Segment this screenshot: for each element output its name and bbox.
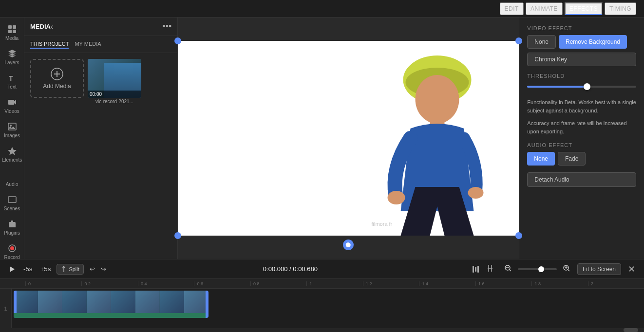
timeline-controls: -5s +5s Split ↩ ↪ 0:00.000 / 0:00.680 — [0, 259, 644, 279]
info-line-2: Accuracy and frame rate will be increase… — [527, 119, 636, 135]
sidebar-item-text[interactable]: T Text — [0, 70, 24, 92]
tab-my-media[interactable]: MY MEDIA — [75, 40, 101, 49]
svg-marker-9 — [8, 147, 17, 155]
right-panel: VIDEO EFFECT None Remove Background Chro… — [519, 18, 644, 259]
threshold-section: THRESHOLD — [527, 73, 636, 92]
split-cursor-icon[interactable] — [486, 264, 494, 274]
time-display: 0:00.000 / 0:00.680 — [263, 265, 318, 273]
sidebar-item-scenes[interactable]: Scenes — [0, 192, 24, 214]
threshold-title: THRESHOLD — [527, 73, 636, 79]
threshold-thumb[interactable] — [584, 83, 590, 90]
timeline-tracks: 1 — [0, 289, 644, 328]
clip-end-marker[interactable] — [206, 291, 208, 318]
multitrack-icon[interactable] — [473, 266, 479, 273]
video-effect-title: VIDEO EFFECT — [527, 25, 636, 31]
sidebar-item-elements-label: Elements — [2, 157, 22, 163]
play-button[interactable] — [6, 263, 18, 275]
svg-point-20 — [468, 187, 484, 199]
forward-5s-button[interactable]: +5s — [38, 263, 53, 275]
video-clip[interactable] — [14, 291, 208, 318]
ruler-mark-1: :0.2 — [81, 281, 138, 286]
ruler-mark-8: :1.6 — [475, 281, 532, 286]
rewind-5s-button[interactable]: -5s — [21, 263, 35, 275]
add-media-button[interactable]: Add Media — [30, 59, 84, 98]
add-media-label: Add Media — [43, 83, 71, 90]
svg-rect-5 — [8, 100, 14, 105]
audio-fade-button[interactable]: Fade — [558, 152, 586, 166]
svg-rect-1 — [13, 25, 16, 29]
media-panel-title: MEDIA — [30, 23, 51, 30]
video-effect-buttons: None Remove Background — [527, 35, 636, 49]
track-label-1: 1 — [0, 289, 12, 328]
sidebar-item-scenes-label: Scenes — [4, 206, 20, 211]
svg-text:filmora fr: filmora fr — [372, 221, 393, 227]
forward-label: +5s — [40, 265, 51, 273]
media-panel-more-icon[interactable]: ••• — [162, 21, 171, 32]
audio-effect-buttons: None Fade — [527, 152, 636, 166]
video-effect-none-button[interactable]: None — [527, 35, 556, 49]
svg-point-8 — [10, 125, 12, 127]
audio-none-button[interactable]: None — [527, 152, 555, 166]
collapse-panel-button[interactable]: ‹ — [51, 22, 53, 31]
svg-rect-0 — [8, 25, 12, 29]
svg-line-24 — [509, 269, 511, 271]
tab-this-project[interactable]: THIS PROJECT — [30, 40, 69, 49]
svg-rect-10 — [8, 197, 16, 203]
tab-animate[interactable]: ANIMATE — [526, 2, 563, 15]
tab-timing[interactable]: TIMING — [605, 2, 636, 15]
video-effect-section: VIDEO EFFECT None Remove Background Chro… — [527, 25, 636, 66]
sidebar-item-videos[interactable]: Videos — [0, 94, 24, 117]
video-effect-remove-bg-button[interactable]: Remove Background — [559, 35, 627, 49]
close-timeline-button[interactable]: ✕ — [625, 263, 638, 276]
zoom-slider[interactable] — [518, 268, 557, 270]
canvas-frame: filmora fr — [178, 41, 519, 236]
redo-button[interactable]: ↪ — [99, 263, 108, 275]
info-line-1: Functionality in Beta. Works best with a… — [527, 98, 636, 114]
svg-line-27 — [568, 269, 569, 271]
scrollbar-thumb[interactable] — [624, 328, 638, 332]
canvas-area: filmora fr — [178, 18, 519, 259]
rewind-label: -5s — [23, 265, 33, 273]
svg-point-17 — [416, 75, 459, 124]
sidebar-item-plugins[interactable]: Plugins — [0, 216, 24, 239]
sidebar-item-images-label: Images — [4, 133, 20, 138]
svg-point-19 — [388, 191, 405, 204]
threshold-slider[interactable] — [527, 86, 636, 88]
ruler-mark-9: :1.8 — [531, 281, 588, 286]
timeline-scrollbar[interactable] — [0, 328, 644, 332]
zoom-in-button[interactable] — [560, 263, 573, 275]
audio-effect-title: AUDIO EFFECT — [527, 142, 636, 148]
ruler-mark-3: :0.6 — [194, 281, 250, 286]
sidebar-item-elements[interactable]: Elements — [0, 143, 24, 166]
ruler-mark-7: :1.4 — [419, 281, 475, 286]
ruler-mark-0: :0 — [25, 281, 82, 286]
undo-button[interactable]: ↩ — [88, 263, 97, 275]
svg-marker-22 — [10, 266, 15, 272]
chroma-key-button[interactable]: Chroma Key — [527, 53, 636, 66]
sidebar-item-audio[interactable]: Audio — [0, 167, 24, 190]
ruler-marks: :0 :0.2 :0.4 :0.6 :0.8 :1 :1.2 :1.4 :1.6… — [25, 281, 644, 286]
sidebar-item-layers-label: Layers — [4, 60, 19, 65]
info-section: Functionality in Beta. Works best with a… — [527, 98, 636, 135]
sidebar-item-record-label: Record — [4, 255, 19, 259]
tab-edit[interactable]: EDIT — [500, 2, 524, 15]
canvas-handle-bl[interactable] — [174, 232, 181, 239]
sidebar-item-media[interactable]: Media — [0, 21, 24, 44]
zoom-slider-thumb[interactable] — [538, 266, 544, 272]
sidebar-item-record[interactable]: Record — [0, 240, 24, 259]
svg-rect-2 — [8, 30, 12, 33]
media-thumbnail[interactable]: 00:00 — [88, 59, 141, 98]
sidebar-item-images[interactable]: Images — [0, 119, 24, 141]
sidebar-item-layers[interactable]: Layers — [0, 46, 24, 68]
timeline-ruler: :0 :0.2 :0.4 :0.6 :0.8 :1 :1.2 :1.4 :1.6… — [0, 279, 644, 289]
detach-audio-button[interactable]: Detach Audio — [527, 172, 636, 187]
split-label: Split — [69, 266, 79, 272]
canvas-rotate-handle[interactable] — [343, 240, 354, 250]
media-item-name: vlc-record-2021... — [88, 99, 141, 104]
fit-to-screen-button[interactable]: Fit to Screen — [577, 263, 621, 275]
ruler-mark-10: :2 — [588, 281, 644, 286]
tab-effects[interactable]: EFFECTS — [565, 2, 603, 15]
split-button[interactable]: Split — [57, 264, 83, 275]
zoom-out-button[interactable] — [501, 263, 515, 275]
svg-text:T: T — [9, 74, 13, 82]
